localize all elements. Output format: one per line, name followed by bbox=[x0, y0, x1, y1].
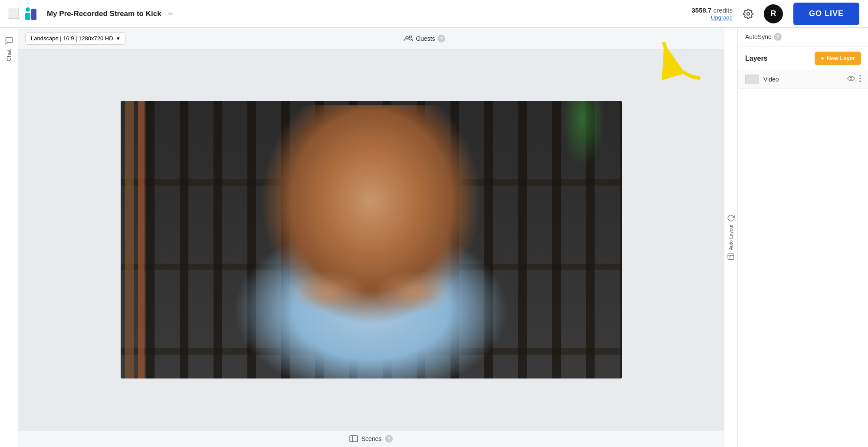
resolution-select[interactable]: Landscape | 16:9 | 1280x720 HD ▾ bbox=[25, 32, 125, 45]
credits-label: credits bbox=[713, 7, 733, 14]
header: My Pre-Recorded Stream to Kick ✏ 3558.7 … bbox=[0, 0, 868, 28]
chat-icon bbox=[5, 36, 13, 45]
header-left: My Pre-Recorded Stream to Kick ✏ bbox=[9, 5, 691, 23]
video-bg bbox=[121, 101, 622, 378]
resolution-label: Landscape | 16:9 | 1280x720 HD bbox=[31, 35, 113, 42]
scenes-label: Scenes bbox=[362, 435, 382, 442]
svg-rect-9 bbox=[728, 254, 734, 260]
eye-icon bbox=[847, 75, 855, 82]
stream-title: My Pre-Recorded Stream to Kick bbox=[47, 10, 161, 18]
autosync-help-icon[interactable]: ? bbox=[774, 33, 782, 41]
credits-amount: 3558.7 bbox=[691, 7, 711, 14]
svg-point-12 bbox=[850, 78, 852, 80]
svg-point-14 bbox=[859, 78, 861, 79]
menu-button[interactable] bbox=[9, 9, 19, 19]
go-live-button[interactable]: GO LIVE bbox=[793, 3, 859, 25]
svg-point-15 bbox=[859, 81, 861, 82]
dropdown-chevron-icon: ▾ bbox=[117, 35, 120, 42]
layer-name: Video bbox=[763, 76, 843, 83]
auto-layout-tab[interactable]: Auto Layout bbox=[727, 214, 735, 261]
plant bbox=[557, 101, 609, 188]
guests-help-icon[interactable]: ? bbox=[437, 35, 445, 42]
svg-rect-7 bbox=[350, 436, 358, 442]
right-panel: AutoSync ? Layers + New Layer Video bbox=[738, 28, 868, 447]
header-center: 3558.7 credits Upgrade R GO LIVE bbox=[691, 3, 859, 25]
autosync-row: AutoSync ? bbox=[738, 28, 868, 46]
upgrade-link[interactable]: Upgrade bbox=[691, 14, 733, 21]
new-layer-plus-icon: + bbox=[821, 55, 824, 62]
avatar-button[interactable]: R bbox=[764, 4, 783, 23]
logo bbox=[24, 5, 42, 23]
sync-icon bbox=[727, 214, 735, 222]
credits-display: 3558.7 credits Upgrade bbox=[691, 7, 733, 21]
guests-label: Guests bbox=[416, 35, 435, 42]
svg-rect-0 bbox=[25, 13, 30, 20]
layout-icon bbox=[727, 253, 735, 261]
chat-label[interactable]: Chat bbox=[6, 49, 12, 61]
video-container bbox=[18, 49, 724, 430]
canvas-toolbar: Landscape | 16:9 | 1280x720 HD ▾ Guests … bbox=[18, 28, 724, 49]
scenes-icon bbox=[349, 435, 358, 442]
canvas-area: Landscape | 16:9 | 1280x720 HD ▾ Guests … bbox=[18, 28, 724, 447]
autosync-label: AutoSync bbox=[745, 33, 771, 40]
layers-header: Layers + New Layer bbox=[738, 46, 868, 70]
new-layer-button[interactable]: + New Layer bbox=[815, 52, 861, 65]
scenes-bar: Scenes ? bbox=[18, 430, 724, 447]
layer-thumbnail bbox=[745, 75, 759, 84]
guests-button[interactable]: Guests ? bbox=[404, 35, 445, 42]
layer-item-video: Video bbox=[738, 70, 868, 89]
more-dots-icon bbox=[859, 75, 861, 82]
layers-title: Layers bbox=[745, 55, 768, 62]
edit-icon[interactable]: ✏ bbox=[168, 10, 174, 17]
svg-rect-1 bbox=[31, 9, 36, 20]
layer-more-options-icon[interactable] bbox=[859, 75, 861, 84]
svg-point-13 bbox=[859, 75, 861, 77]
guests-icon bbox=[404, 35, 413, 42]
auto-layout-panel: Auto Layout bbox=[724, 28, 738, 447]
hands-gradient bbox=[263, 248, 480, 335]
new-layer-label: New Layer bbox=[827, 55, 855, 62]
layer-visibility-icon[interactable] bbox=[847, 75, 855, 83]
scenes-help-icon[interactable]: ? bbox=[385, 435, 393, 443]
svg-point-2 bbox=[26, 7, 30, 12]
left-panel: Chat bbox=[0, 28, 18, 447]
settings-button[interactable] bbox=[740, 5, 757, 23]
main-layout: Chat Landscape | 16:9 | 1280x720 HD ▾ Gu… bbox=[0, 28, 868, 447]
svg-point-3 bbox=[747, 13, 750, 15]
person-gradient bbox=[208, 105, 534, 378]
video-frame bbox=[121, 101, 622, 378]
credits-amount-row: 3558.7 credits bbox=[691, 7, 733, 14]
svg-point-6 bbox=[410, 36, 412, 38]
auto-layout-label: Auto Layout bbox=[728, 225, 733, 250]
